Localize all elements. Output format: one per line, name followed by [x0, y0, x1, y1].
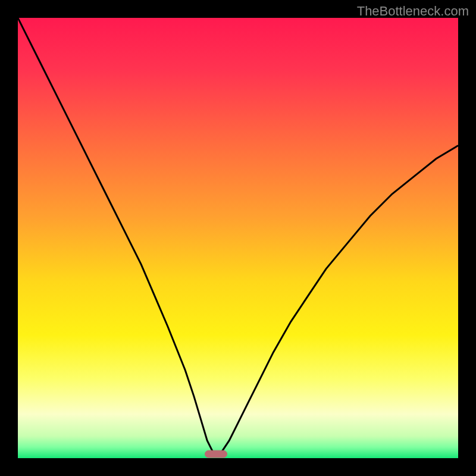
gradient-background	[18, 18, 458, 458]
plot-area	[18, 18, 458, 458]
attribution-label: TheBottleneck.com	[357, 4, 469, 19]
chart-frame: TheBottleneck.com	[0, 0, 476, 476]
chart-svg	[18, 18, 458, 458]
optimum-marker	[205, 450, 227, 458]
